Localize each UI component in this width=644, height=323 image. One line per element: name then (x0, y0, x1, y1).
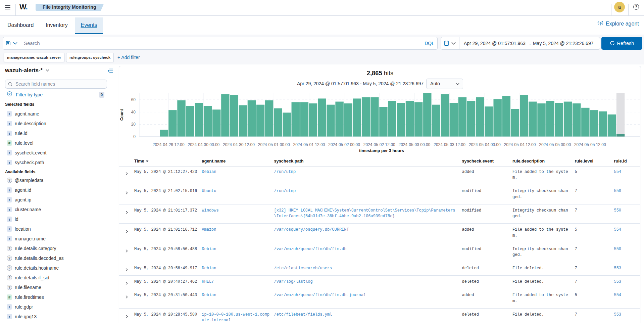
svg-text:2024-05-03 00:00: 2024-05-03 00:00 (398, 142, 430, 147)
svg-text:60: 60 (131, 97, 136, 102)
svg-text:2024-05-01 00:00: 2024-05-01 00:00 (258, 142, 290, 147)
svg-text:Count: Count (119, 109, 124, 121)
svg-text:2024-05-03 12:00: 2024-05-03 12:00 (434, 142, 465, 147)
svg-text:0: 0 (133, 134, 136, 139)
svg-text:40: 40 (131, 110, 136, 114)
svg-text:2024-05-01 12:00: 2024-05-01 12:00 (293, 142, 325, 147)
svg-text:2024-05-05 12:00: 2024-05-05 12:00 (574, 142, 606, 147)
svg-text:20: 20 (131, 122, 136, 127)
svg-text:2024-04-30 00:00: 2024-04-30 00:00 (188, 142, 219, 147)
svg-text:2024-05-02 00:00: 2024-05-02 00:00 (328, 142, 360, 147)
svg-text:2024-05-04 00:00: 2024-05-04 00:00 (468, 142, 500, 147)
svg-text:2024-05-05 00:00: 2024-05-05 00:00 (539, 142, 571, 147)
svg-text:timestamp per 3 hours: timestamp per 3 hours (359, 148, 404, 153)
svg-text:2024-04-29 12:00: 2024-04-29 12:00 (152, 142, 184, 147)
svg-text:2024-05-04 12:00: 2024-05-04 12:00 (504, 142, 536, 147)
svg-text:2024-04-30 12:00: 2024-04-30 12:00 (223, 142, 255, 147)
svg-text:2024-05-02 12:00: 2024-05-02 12:00 (363, 142, 395, 147)
